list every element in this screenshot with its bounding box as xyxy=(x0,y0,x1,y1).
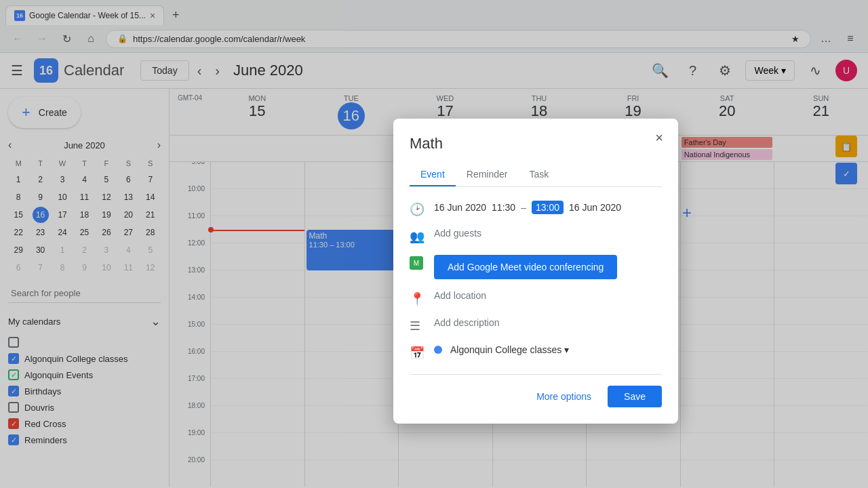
calendar-icon: 📅 xyxy=(410,346,423,361)
event-modal: × Math Event Reminder Task 🕑 16 Jun 2020… xyxy=(393,119,678,424)
modal-guests-row: 👥 Add guests xyxy=(410,228,662,244)
modal-time-content: 16 Jun 2020 11:30 – 13:00 16 Jun 2020 xyxy=(434,201,662,214)
add-guests-placeholder[interactable]: Add guests xyxy=(434,228,481,239)
modal-location-row: 📍 Add location xyxy=(410,290,662,306)
event-date-start[interactable]: 16 Jun 2020 xyxy=(434,202,486,213)
calendar-name: Algonquin College classes xyxy=(450,344,561,355)
add-google-meet-button[interactable]: Add Google Meet video conferencing xyxy=(434,255,617,279)
modal-meet-row: M Add Google Meet video conferencing xyxy=(410,255,662,279)
modal-calendar-row: 📅 Algonquin College classes ▾ xyxy=(410,344,662,361)
modal-tabs: Event Reminder Task xyxy=(410,163,662,187)
tab-event[interactable]: Event xyxy=(410,163,456,186)
people-icon: 👥 xyxy=(410,229,423,244)
calendar-color-dot xyxy=(434,346,442,354)
modal-description-content: Add description xyxy=(434,317,662,328)
location-icon: 📍 xyxy=(410,291,423,306)
modal-description-row: ☰ Add description xyxy=(410,317,662,333)
modal-location-content: Add location xyxy=(434,290,662,301)
time-row: 16 Jun 2020 11:30 – 13:00 16 Jun 2020 xyxy=(434,201,662,214)
modal-title: Math xyxy=(410,135,662,152)
calendar-dropdown-arrow: ▾ xyxy=(564,344,569,355)
clock-icon: 🕑 xyxy=(410,202,423,217)
event-date-end[interactable]: 16 Jun 2020 xyxy=(569,202,621,213)
tab-reminder[interactable]: Reminder xyxy=(456,163,519,186)
more-options-button[interactable]: More options xyxy=(528,386,599,407)
add-description-placeholder[interactable]: Add description xyxy=(434,317,500,328)
modal-meet-content: Add Google Meet video conferencing xyxy=(434,255,662,279)
add-location-placeholder[interactable]: Add location xyxy=(434,290,486,301)
time-dash: – xyxy=(521,202,526,213)
modal-close-button[interactable]: × xyxy=(648,127,670,148)
modal-guests-content: Add guests xyxy=(434,228,662,239)
save-button[interactable]: Save xyxy=(608,386,662,407)
modal-calendar-content: Algonquin College classes ▾ xyxy=(434,344,662,355)
calendar-select-row: Algonquin College classes ▾ xyxy=(434,344,662,355)
svg-text:M: M xyxy=(414,260,419,267)
meet-icon: M xyxy=(410,256,423,273)
calendar-dropdown[interactable]: Algonquin College classes ▾ xyxy=(450,344,569,355)
modal-footer: More options Save xyxy=(410,374,662,407)
event-time-start[interactable]: 11:30 xyxy=(492,202,515,213)
modal-time-row: 🕑 16 Jun 2020 11:30 – 13:00 16 Jun 2020 xyxy=(410,201,662,217)
tab-task[interactable]: Task xyxy=(519,163,560,186)
description-icon: ☰ xyxy=(410,319,423,333)
event-time-end[interactable]: 13:00 xyxy=(532,201,564,214)
modal-overlay: × Math Event Reminder Task 🕑 16 Jun 2020… xyxy=(0,0,868,488)
